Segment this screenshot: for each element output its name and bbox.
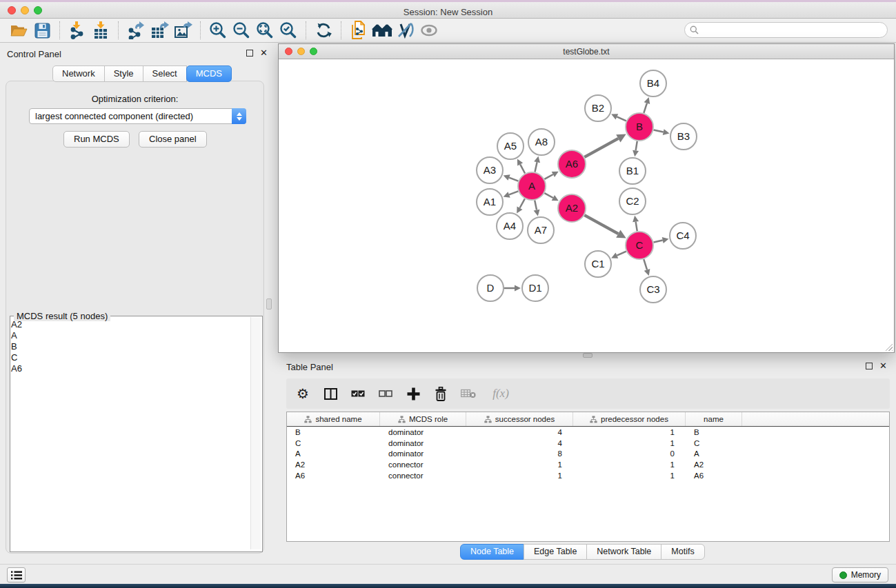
horizontal-splitter-handle[interactable] — [583, 353, 593, 358]
graph-edge-B-B2[interactable] — [617, 116, 626, 121]
graph-edge-A-A6[interactable] — [544, 174, 552, 179]
graph-node-A2[interactable]: A2 — [558, 194, 586, 222]
mcds-result-item[interactable]: A2 — [11, 319, 250, 330]
graph-node-C[interactable]: C — [626, 232, 653, 259]
run-mcds-button[interactable]: Run MCDS — [63, 131, 130, 148]
table-settings-button[interactable]: ⚙ — [295, 385, 311, 403]
zoom-out-button[interactable] — [230, 20, 253, 41]
table-row[interactable]: Bdominator41B — [287, 427, 889, 438]
show-hide-button[interactable] — [417, 20, 441, 41]
table-cell[interactable]: dominator — [380, 439, 466, 447]
table-cell[interactable]: A — [287, 449, 380, 458]
graph-edge-C-C2[interactable] — [636, 222, 637, 232]
graph-node-A4[interactable]: A4 — [497, 213, 523, 239]
graph-node-A1[interactable]: A1 — [477, 189, 503, 215]
graph-node-A3[interactable]: A3 — [477, 157, 503, 183]
graph-node-C3[interactable]: C3 — [640, 276, 666, 303]
table-cell[interactable]: dominator — [380, 449, 466, 458]
graph-node-B4[interactable]: B4 — [640, 70, 666, 97]
task-history-button[interactable] — [7, 567, 26, 582]
tab-style[interactable]: Style — [104, 65, 143, 82]
graph-edge-B-B4[interactable] — [644, 103, 647, 113]
table-cell[interactable]: 1 — [466, 472, 573, 480]
float-table-panel-icon[interactable] — [866, 363, 873, 369]
zoom-fit-button[interactable] — [253, 20, 277, 41]
tab-mcds[interactable]: MCDS — [186, 65, 232, 82]
graph-node-B[interactable]: B — [626, 113, 653, 141]
table-cell[interactable]: A2 — [287, 460, 380, 469]
export-image-button[interactable] — [171, 20, 195, 41]
table-cell[interactable]: 0 — [573, 449, 686, 458]
table-cell[interactable]: A — [686, 449, 742, 458]
mcds-result-scrollbar[interactable] — [250, 317, 261, 549]
table-cell[interactable]: 1 — [466, 460, 573, 469]
export-network-button[interactable] — [124, 20, 148, 41]
network-canvas[interactable]: B4B2BB3A8A5A6A3B1AC2A1A2A4A7C4CC1DD1C3 — [279, 60, 894, 352]
graph-edge-A-A8[interactable] — [535, 162, 537, 172]
column-header-shared-name[interactable]: shared name — [287, 412, 380, 426]
table-cell[interactable]: 8 — [466, 449, 573, 458]
table-cell[interactable]: connector — [380, 472, 466, 480]
table-row[interactable]: Cdominator41C — [287, 438, 889, 449]
search-input[interactable] — [701, 24, 887, 37]
export-table-button[interactable] — [148, 20, 171, 41]
refresh-layout-button[interactable] — [312, 20, 335, 41]
graph-edge-C-C3[interactable] — [644, 259, 647, 270]
table-cell[interactable]: 1 — [573, 428, 686, 436]
table-tab-motifs[interactable]: Motifs — [661, 544, 704, 560]
select-all-columns-button[interactable] — [350, 385, 366, 403]
search-field[interactable] — [684, 22, 888, 38]
graph-node-B2[interactable]: B2 — [585, 95, 611, 121]
table-cell[interactable]: A6 — [287, 472, 380, 480]
zoom-in-button[interactable] — [206, 20, 230, 41]
table-tab-node-table[interactable]: Node Table — [460, 544, 524, 560]
graph-node-B1[interactable]: B1 — [619, 158, 646, 184]
graph-edge-A-A5[interactable] — [520, 164, 525, 173]
home-button[interactable] — [370, 20, 394, 41]
table-row[interactable]: A2connector11A2 — [287, 459, 889, 470]
create-column-button[interactable] — [405, 385, 421, 403]
graph-edge-A-A7[interactable] — [535, 201, 537, 210]
graph-node-C2[interactable]: C2 — [619, 188, 646, 214]
save-session-button[interactable] — [30, 20, 54, 41]
graph-edge-A-A3[interactable] — [509, 178, 518, 181]
table-cell[interactable]: 1 — [573, 472, 686, 480]
table-cell[interactable]: 4 — [466, 428, 573, 436]
mcds-result-item[interactable]: C — [11, 352, 250, 363]
graph-node-A[interactable]: A — [518, 172, 546, 200]
graph-node-C4[interactable]: C4 — [670, 223, 696, 249]
graph-node-D1[interactable]: D1 — [522, 275, 548, 301]
mcds-result-item[interactable]: B — [11, 341, 250, 352]
function-builder-button[interactable]: f(x) — [488, 385, 514, 403]
delete-columns-button[interactable] — [432, 385, 449, 403]
graph-edge-A6-B[interactable] — [584, 139, 618, 157]
graph-edge-A-A1[interactable] — [509, 191, 518, 194]
table-cell[interactable]: B — [686, 428, 742, 436]
open-file-button[interactable] — [7, 20, 30, 41]
table-cell[interactable]: A2 — [686, 460, 742, 469]
close-panel-icon[interactable]: ✕ — [260, 50, 268, 57]
graph-node-C1[interactable]: C1 — [585, 251, 611, 277]
delete-table-button[interactable] — [460, 385, 477, 403]
close-panel-button[interactable]: Close panel — [139, 131, 207, 148]
graphics-details-button[interactable] — [394, 20, 417, 41]
graph-node-A5[interactable]: A5 — [497, 133, 524, 159]
table-cell[interactable]: dominator — [380, 428, 466, 436]
graph-edge-B-B3[interactable] — [654, 130, 664, 132]
mcds-result-item[interactable]: A6 — [11, 363, 250, 374]
graph-edge-C-C4[interactable] — [653, 241, 662, 243]
float-panel-icon[interactable] — [246, 50, 253, 57]
graph-edge-A-A4[interactable] — [519, 199, 524, 207]
table-cell[interactable]: C — [287, 439, 380, 447]
split-view-button[interactable] — [322, 385, 339, 403]
table-row[interactable]: Adominator80A — [287, 449, 889, 460]
tab-select[interactable]: Select — [143, 65, 187, 82]
graph-edge-A2-C[interactable] — [584, 215, 618, 234]
column-header-MCDS-role[interactable]: MCDS role — [380, 412, 466, 426]
graph-node-B3[interactable]: B3 — [670, 123, 697, 150]
table-tab-edge-table[interactable]: Edge Table — [524, 544, 587, 560]
tab-network[interactable]: Network — [52, 65, 105, 82]
import-table-button[interactable] — [89, 20, 112, 41]
graph-edge-B-B1[interactable] — [636, 141, 637, 151]
close-table-panel-icon[interactable]: ✕ — [879, 363, 887, 369]
